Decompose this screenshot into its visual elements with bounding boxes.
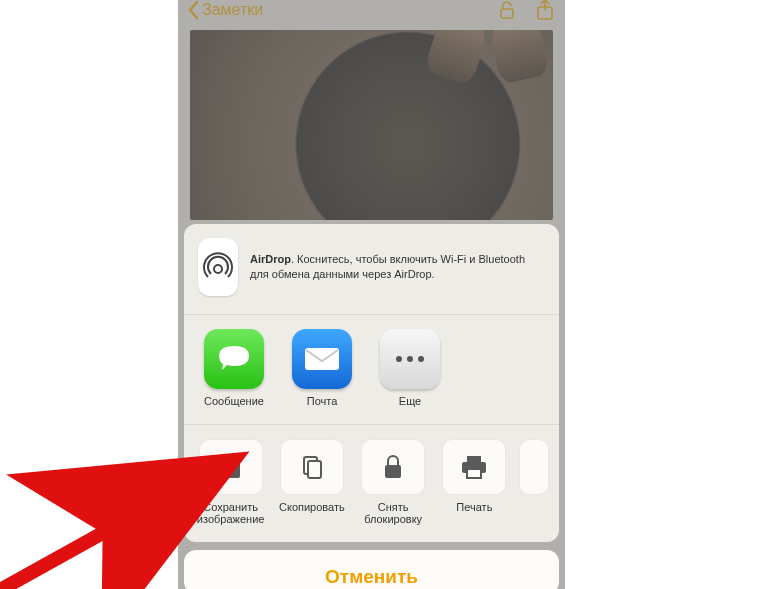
unlock-label: Снять блокировку bbox=[357, 501, 430, 526]
airdrop-text: AirDrop. Коснитесь, чтобы включить Wi-Fi… bbox=[250, 252, 545, 282]
nav-bar: Заметки bbox=[178, 0, 565, 30]
svg-rect-11 bbox=[467, 456, 481, 462]
mail-label: Почта bbox=[307, 395, 338, 408]
cancel-button[interactable]: Отменить bbox=[184, 550, 559, 589]
more-icon bbox=[380, 329, 440, 389]
print-label: Печать bbox=[456, 501, 492, 514]
note-image bbox=[190, 30, 553, 220]
share-more[interactable]: Еще bbox=[370, 329, 450, 408]
back-label: Заметки bbox=[202, 1, 263, 19]
svg-point-4 bbox=[396, 356, 402, 362]
action-unlock[interactable]: Снять блокировку bbox=[357, 439, 430, 526]
phone-screen: Заметки AirDrop. Косните bbox=[178, 0, 565, 589]
unlock-icon[interactable] bbox=[495, 0, 519, 22]
svg-point-5 bbox=[407, 356, 413, 362]
share-sheet: AirDrop. Коснитесь, чтобы включить Wi-Fi… bbox=[184, 224, 559, 589]
share-mail[interactable]: Почта bbox=[282, 329, 362, 408]
chevron-left-icon bbox=[186, 0, 200, 20]
messages-icon bbox=[204, 329, 264, 389]
mail-icon bbox=[292, 329, 352, 389]
copy-label: Скопировать bbox=[279, 501, 345, 514]
svg-rect-10 bbox=[385, 465, 401, 478]
share-actions-row: Сохранить изображение Скопировать Снять … bbox=[184, 425, 559, 542]
copy-icon bbox=[280, 439, 344, 495]
svg-rect-3 bbox=[305, 348, 339, 370]
share-messages[interactable]: Сообщение bbox=[194, 329, 274, 408]
share-apps-row: Сообщение Почта Еще bbox=[184, 315, 559, 425]
overflow-icon bbox=[519, 439, 549, 495]
svg-point-6 bbox=[418, 356, 424, 362]
airdrop-icon bbox=[198, 238, 238, 296]
more-label: Еще bbox=[399, 395, 421, 408]
svg-rect-0 bbox=[501, 9, 513, 18]
share-icon[interactable] bbox=[533, 0, 557, 22]
svg-point-2 bbox=[214, 265, 222, 273]
airdrop-row[interactable]: AirDrop. Коснитесь, чтобы включить Wi-Fi… bbox=[184, 224, 559, 315]
action-save-image[interactable]: Сохранить изображение bbox=[194, 439, 267, 526]
svg-rect-13 bbox=[467, 469, 481, 478]
save-image-label: Сохранить изображение bbox=[194, 501, 267, 526]
save-image-icon bbox=[199, 439, 263, 495]
svg-rect-9 bbox=[308, 461, 321, 478]
back-button[interactable]: Заметки bbox=[186, 0, 263, 20]
action-print[interactable]: Печать bbox=[438, 439, 511, 526]
print-icon bbox=[442, 439, 506, 495]
messages-label: Сообщение bbox=[204, 395, 264, 408]
lock-icon bbox=[361, 439, 425, 495]
action-copy[interactable]: Скопировать bbox=[275, 439, 348, 526]
action-overflow[interactable] bbox=[519, 439, 549, 526]
